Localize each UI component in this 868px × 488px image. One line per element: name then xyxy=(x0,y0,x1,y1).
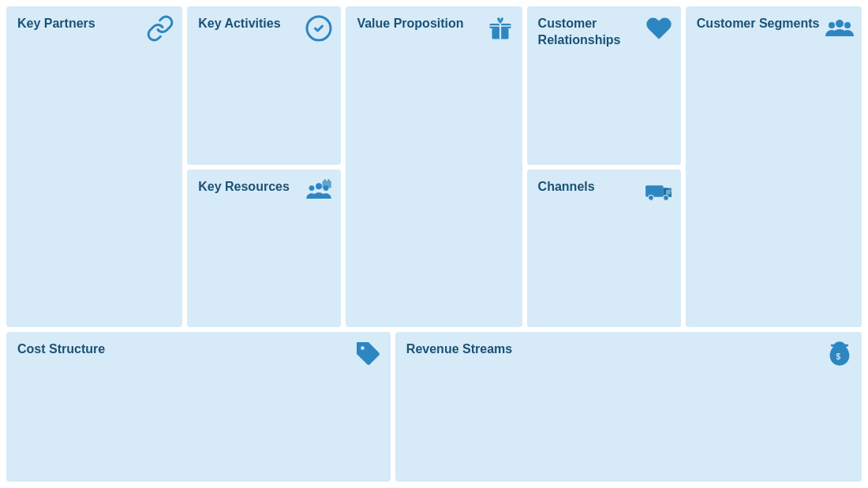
svg-rect-4 xyxy=(323,181,331,188)
cell-customer-relationships[interactable]: Customer Relationships xyxy=(527,6,681,165)
cell-key-partners[interactable]: Key Partners xyxy=(6,6,182,327)
cost-structure-title: Cost Structure xyxy=(17,341,307,358)
cell-channels[interactable]: Channels xyxy=(527,169,681,328)
svg-point-15 xyxy=(836,20,844,28)
col-cr-channels: Customer Relationships Channels xyxy=(527,6,681,327)
tag-icon xyxy=(354,340,383,368)
channels-title: Channels xyxy=(538,179,644,196)
cell-key-activities[interactable]: Key Activities xyxy=(187,6,341,165)
key-resources-title: Key Resources xyxy=(198,179,304,196)
key-partners-title: Key Partners xyxy=(17,16,140,32)
svg-point-1 xyxy=(309,185,315,191)
customer-segments-title: Customer Segments xyxy=(697,16,820,32)
cell-customer-segments[interactable]: Customer Segments xyxy=(686,6,862,327)
svg-rect-12 xyxy=(666,189,671,194)
customer-relationships-title: Customer Relationships xyxy=(538,16,644,49)
svg-text:$: $ xyxy=(836,352,841,361)
check-circle-icon xyxy=(305,14,333,43)
svg-rect-5 xyxy=(324,179,326,181)
svg-rect-6 xyxy=(328,179,330,181)
heart-icon xyxy=(645,14,673,43)
people-icon xyxy=(825,14,854,43)
factory-people-icon xyxy=(305,177,333,206)
key-activities-title: Key Activities xyxy=(198,16,304,32)
svg-rect-9 xyxy=(645,185,664,197)
svg-point-14 xyxy=(844,22,851,28)
money-bag-icon: $ xyxy=(825,340,854,368)
svg-point-10 xyxy=(648,195,653,200)
cell-key-resources[interactable]: Key Resources xyxy=(187,169,341,328)
link-icon xyxy=(146,14,174,43)
top-section: Key Partners Key Activities Key Resource… xyxy=(6,6,862,327)
cell-revenue-streams[interactable]: Revenue Streams $ xyxy=(395,332,862,482)
svg-point-16 xyxy=(361,346,365,350)
gift-icon xyxy=(486,14,514,43)
svg-point-2 xyxy=(316,183,322,189)
bottom-section: Cost Structure Revenue Streams $ xyxy=(6,332,862,482)
value-proposition-title: Value Proposition xyxy=(357,16,480,32)
revenue-streams-title: Revenue Streams xyxy=(406,341,762,358)
business-model-canvas: Key Partners Key Activities Key Resource… xyxy=(0,0,868,488)
svg-point-13 xyxy=(829,22,835,28)
cell-value-proposition[interactable]: Value Proposition xyxy=(346,6,522,327)
svg-point-11 xyxy=(663,195,668,200)
col-activities-resources: Key Activities Key Resources xyxy=(187,6,341,327)
cell-cost-structure[interactable]: Cost Structure xyxy=(6,332,391,482)
truck-icon xyxy=(645,177,673,206)
